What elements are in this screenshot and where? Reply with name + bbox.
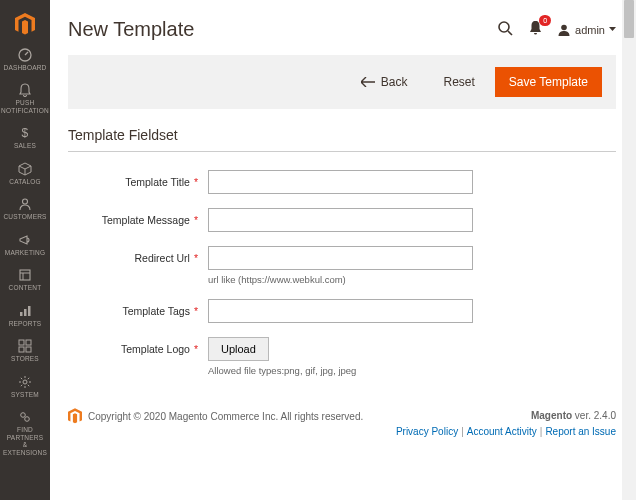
svg-text:$: $ [22, 126, 29, 140]
sidebar-item-label: PUSH NOTIFICATION [1, 99, 49, 114]
copyright-text: Copyright © 2020 Magento Commerce Inc. A… [88, 411, 363, 422]
row-template-message: Template Message* [68, 208, 616, 232]
label-redirect-url: Redirect Url [134, 252, 189, 264]
account-menu[interactable]: admin [557, 23, 616, 37]
svg-line-17 [508, 31, 512, 35]
svg-rect-12 [26, 347, 31, 352]
page-footer: Copyright © 2020 Magento Commerce Inc. A… [50, 396, 636, 454]
account-activity-link[interactable]: Account Activity [467, 426, 537, 437]
vertical-scrollbar[interactable] [622, 0, 636, 500]
back-label: Back [381, 75, 408, 89]
svg-point-14 [21, 413, 26, 418]
svg-point-16 [499, 22, 509, 32]
required-star: * [194, 252, 198, 264]
sidebar-item-customers[interactable]: CUSTOMERS [0, 191, 50, 226]
sidebar-item-content[interactable]: CONTENT [0, 262, 50, 297]
sidebar-item-system[interactable]: SYSTEM [0, 369, 50, 404]
sidebar-item-label: SYSTEM [11, 391, 39, 398]
svg-rect-8 [28, 306, 31, 316]
version-value: ver. 2.4.0 [575, 410, 616, 421]
required-star: * [194, 176, 198, 188]
svg-point-15 [25, 417, 30, 422]
svg-point-2 [23, 199, 28, 204]
dashboard-icon [18, 48, 32, 62]
magento-logo[interactable] [0, 6, 50, 42]
redirect-url-hint: url like (https://www.webkul.com) [208, 274, 473, 285]
svg-point-18 [561, 24, 567, 30]
page-title: New Template [68, 18, 194, 41]
sidebar-item-label: CATALOG [9, 178, 41, 185]
svg-rect-7 [24, 309, 27, 316]
layers-icon [18, 268, 32, 282]
row-template-title: Template Title* [68, 170, 616, 194]
row-redirect-url: Redirect Url* url like (https://www.webk… [68, 246, 616, 285]
sidebar-item-find-partners[interactable]: FIND PARTNERS & EXTENSIONS [0, 404, 50, 462]
sidebar-item-label: MARKETING [5, 249, 45, 256]
svg-rect-9 [19, 340, 24, 345]
admin-sidebar: DASHBOARD PUSH NOTIFICATION $ SALES CATA… [0, 0, 50, 500]
fieldset-legend: Template Fieldset [68, 127, 616, 152]
notifications-badge: 0 [539, 15, 551, 26]
sidebar-item-label: DASHBOARD [4, 64, 47, 71]
sidebar-item-stores[interactable]: STORES [0, 333, 50, 368]
notifications-icon[interactable]: 0 [528, 20, 543, 39]
sidebar-item-sales[interactable]: $ SALES [0, 120, 50, 155]
account-name: admin [575, 24, 605, 36]
sidebar-item-push-notification[interactable]: PUSH NOTIFICATION [0, 77, 50, 120]
required-star: * [194, 214, 198, 226]
sidebar-item-label: REPORTS [9, 320, 42, 327]
label-template-message: Template Message [102, 214, 190, 226]
logo-hint: Allowed file types:png, gif, jpg, jpeg [208, 365, 473, 376]
svg-rect-3 [20, 270, 30, 280]
sidebar-item-label: CONTENT [9, 284, 42, 291]
privacy-policy-link[interactable]: Privacy Policy [396, 426, 458, 437]
back-button[interactable]: Back [353, 69, 416, 95]
megaphone-icon [18, 233, 32, 247]
label-template-logo: Template Logo [121, 343, 190, 355]
stores-icon [18, 339, 32, 353]
action-bar: Back Reset Save Template [68, 55, 616, 109]
required-star: * [194, 343, 198, 355]
report-issue-link[interactable]: Report an Issue [545, 426, 616, 437]
required-star: * [194, 305, 198, 317]
svg-point-13 [23, 380, 27, 384]
row-template-logo: Template Logo* Upload Allowed file types… [68, 337, 616, 376]
arrow-left-icon [361, 77, 375, 87]
upload-button[interactable]: Upload [208, 337, 269, 361]
sidebar-item-marketing[interactable]: MARKETING [0, 227, 50, 262]
sidebar-item-reports[interactable]: REPORTS [0, 298, 50, 333]
user-icon [18, 197, 32, 211]
sidebar-item-label: CUSTOMERS [3, 213, 46, 220]
sidebar-item-label: FIND PARTNERS & EXTENSIONS [2, 426, 48, 456]
label-template-tags: Template Tags [122, 305, 190, 317]
template-tags-input[interactable] [208, 299, 473, 323]
sidebar-item-label: SALES [14, 142, 36, 149]
svg-rect-11 [19, 347, 24, 352]
gear-icon [18, 375, 32, 389]
search-icon[interactable] [497, 20, 514, 40]
user-icon [557, 23, 571, 37]
reset-button[interactable]: Reset [435, 69, 482, 95]
bars-icon [18, 304, 32, 318]
scrollbar-thumb[interactable] [624, 0, 634, 38]
magento-logo-small [68, 408, 82, 424]
svg-rect-10 [26, 340, 31, 345]
main-content: New Template 0 admin Back [50, 0, 636, 500]
row-template-tags: Template Tags* [68, 299, 616, 323]
template-message-input[interactable] [208, 208, 473, 232]
chevron-down-icon [609, 27, 616, 32]
redirect-url-input[interactable] [208, 246, 473, 270]
version-label: Magento [531, 410, 572, 421]
dollar-icon: $ [18, 126, 32, 140]
svg-rect-6 [20, 312, 23, 316]
label-template-title: Template Title [125, 176, 190, 188]
sidebar-item-dashboard[interactable]: DASHBOARD [0, 42, 50, 77]
template-title-input[interactable] [208, 170, 473, 194]
link-icon [18, 410, 32, 424]
sidebar-item-label: STORES [11, 355, 39, 362]
sidebar-item-catalog[interactable]: CATALOG [0, 156, 50, 191]
save-template-button[interactable]: Save Template [495, 67, 602, 97]
bell-icon [18, 83, 32, 97]
cube-icon [18, 162, 32, 176]
